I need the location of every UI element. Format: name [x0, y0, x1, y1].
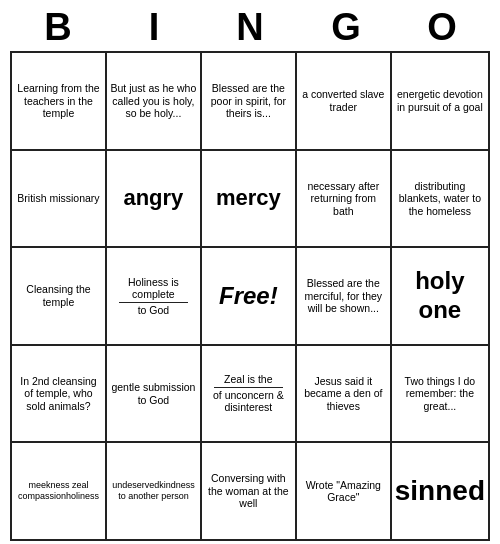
title-o: O	[398, 6, 486, 49]
cell-r2c3: Blessed are the merciful, for they will …	[296, 247, 391, 345]
zeal-top: Zeal is the	[224, 373, 272, 386]
title-i: I	[110, 6, 198, 49]
cell-r3c4: Two things I do remember: the great...	[391, 345, 489, 443]
cell-r1c4: distributing blankets, water to the home…	[391, 150, 489, 248]
cell-r4c4: sinned	[391, 442, 489, 540]
title-n: N	[206, 6, 294, 49]
cell-r1c0: British missionary	[11, 150, 106, 248]
cell-r4c1: undeservedkindness to another person	[106, 442, 201, 540]
cell-r3c2: Zeal is the of unconcern & disinterest	[201, 345, 296, 443]
cell-r2c4: holy one	[391, 247, 489, 345]
cell-r2c2-free: Free!	[201, 247, 296, 345]
cell-r2c0: Cleansing the temple	[11, 247, 106, 345]
cell-r1c1: angry	[106, 150, 201, 248]
cell-r4c2: Conversing with the woman at the well	[201, 442, 296, 540]
cell-r0c2: Blessed are the poor in spirit, for thei…	[201, 52, 296, 150]
cell-r1c3: necessary after returning from bath	[296, 150, 391, 248]
cell-r3c0: In 2nd cleansing of temple, who sold ani…	[11, 345, 106, 443]
zeal-underline	[214, 387, 284, 388]
zeal-bottom: of unconcern & disinterest	[205, 389, 292, 414]
cell-r0c0: Learning from the teachers in the temple	[11, 52, 106, 150]
bingo-grid: Learning from the teachers in the temple…	[10, 51, 490, 541]
cell-r0c4: energetic devotion in pursuit of a goal	[391, 52, 489, 150]
title-b: B	[14, 6, 102, 49]
cell-r3c3: Jesus said it became a den of thieves	[296, 345, 391, 443]
holiness-bottom: to God	[138, 304, 170, 317]
cell-r4c0: meekness zeal compassionholiness	[11, 442, 106, 540]
cell-r2c1: Holiness is complete to God	[106, 247, 201, 345]
cell-r4c3: Wrote "Amazing Grace"	[296, 442, 391, 540]
cell-r3c1: gentle submission to God	[106, 345, 201, 443]
cell-r0c1: But just as he who called you is holy, s…	[106, 52, 201, 150]
bingo-title: B I N G O	[10, 0, 490, 51]
holiness-top: Holiness is complete	[110, 276, 197, 301]
underline-divider	[119, 302, 189, 303]
cell-r1c2: mercy	[201, 150, 296, 248]
title-g: G	[302, 6, 390, 49]
cell-r0c3: a converted slave trader	[296, 52, 391, 150]
